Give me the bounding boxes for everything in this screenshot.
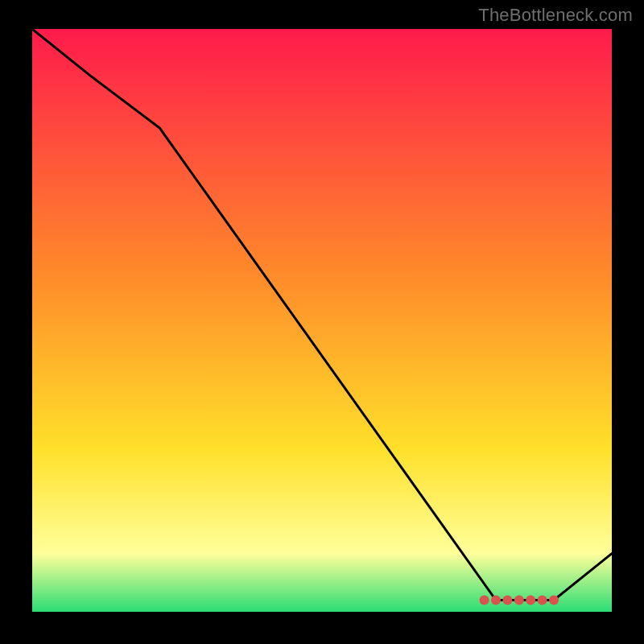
optimal-dot <box>526 596 535 605</box>
chart-container: TheBottleneck.com <box>0 0 644 644</box>
optimal-dot <box>502 596 512 605</box>
chart-svg <box>32 29 612 612</box>
optimal-dot <box>538 596 547 605</box>
plot-area <box>32 29 612 612</box>
attribution-text: TheBottleneck.com <box>478 5 633 26</box>
optimal-dot <box>549 596 559 605</box>
optimal-dot <box>514 596 524 605</box>
optimal-dot <box>491 596 501 605</box>
optimal-dot <box>480 596 489 605</box>
gradient-background <box>32 29 612 612</box>
